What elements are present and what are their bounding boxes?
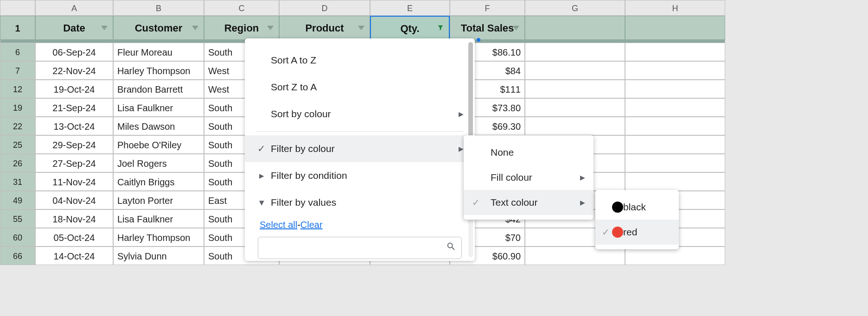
row-header[interactable]: 55 xyxy=(0,209,35,228)
cell-date[interactable]: 18-Nov-24 xyxy=(35,209,113,228)
sort-z-to-a[interactable]: Sort Z to A xyxy=(245,74,475,101)
chevron-right-icon: ▶ xyxy=(459,145,464,152)
header-cell-E[interactable]: Qty. xyxy=(370,16,450,40)
column-header-D[interactable]: D xyxy=(279,0,370,16)
row-header[interactable]: 6 xyxy=(0,43,35,61)
row-header[interactable]: 31 xyxy=(0,172,35,191)
header-cell-F[interactable]: Total Sales xyxy=(450,16,525,40)
menu-label: Filter by values xyxy=(271,197,336,208)
cell-h[interactable] xyxy=(625,154,725,172)
cell-customer[interactable]: Caitlyn Briggs xyxy=(113,172,204,191)
selection-handle[interactable] xyxy=(477,38,480,42)
header-cell-D[interactable]: Product xyxy=(279,16,370,40)
text-colour-red[interactable]: ✓ red xyxy=(595,220,679,245)
cell-customer[interactable]: Phoebe O'Riley xyxy=(113,135,204,154)
filter-fill-colour[interactable]: Fill colour ▶ xyxy=(464,165,594,190)
filter-icon[interactable] xyxy=(266,23,275,32)
cell-customer[interactable]: Harley Thompson xyxy=(113,228,204,246)
text-colour-black[interactable]: black xyxy=(595,195,679,220)
cell-g[interactable] xyxy=(525,117,625,135)
menu-label: Filter by condition xyxy=(271,170,347,181)
header-cell-A[interactable]: Date xyxy=(35,16,113,40)
column-header-A[interactable]: A xyxy=(35,0,113,16)
check-icon: ✓ xyxy=(602,227,610,238)
row-header[interactable]: 25 xyxy=(0,135,35,154)
sort-by-colour[interactable]: Sort by colour ▶ xyxy=(245,101,475,127)
clear-link[interactable]: Clear xyxy=(300,220,323,230)
filter-by-values[interactable]: ▾ Filter by values xyxy=(245,189,475,216)
menu-label: Filter by colour xyxy=(271,143,335,154)
filter-by-condition[interactable]: ▸ Filter by condition xyxy=(245,162,475,189)
cell-date[interactable]: 14-Oct-24 xyxy=(35,246,113,265)
cell-g[interactable] xyxy=(525,98,625,117)
row-header-1[interactable]: 1 xyxy=(0,16,35,40)
filter-colour-none[interactable]: None xyxy=(464,140,594,165)
row-header[interactable]: 49 xyxy=(0,191,35,209)
cell-g[interactable] xyxy=(525,43,625,61)
cell-date[interactable]: 13-Oct-24 xyxy=(35,117,113,135)
cell-h[interactable] xyxy=(625,98,725,117)
filter-icon[interactable] xyxy=(511,23,521,32)
header-cell-C[interactable]: Region xyxy=(204,16,279,40)
cell-customer[interactable]: Fleur Moreau xyxy=(113,43,204,61)
cell-h[interactable] xyxy=(625,80,725,98)
row-header[interactable]: 19 xyxy=(0,98,35,117)
cell-customer[interactable]: Brandon Barrett xyxy=(113,80,204,98)
column-header-E[interactable]: E xyxy=(370,0,450,16)
cell-g[interactable] xyxy=(525,61,625,80)
menu-label: Fill colour xyxy=(491,172,532,183)
cell-date[interactable]: 19-Oct-24 xyxy=(35,80,113,98)
column-header-F[interactable]: F xyxy=(450,0,525,16)
cell-date[interactable]: 05-Oct-24 xyxy=(35,228,113,246)
cell-h[interactable] xyxy=(625,246,725,265)
menu-label: Sort A to Z xyxy=(271,55,316,66)
cell-date[interactable]: 04-Nov-24 xyxy=(35,191,113,209)
select-clear-links: Select all-Clear xyxy=(245,220,475,230)
cell-customer[interactable]: Miles Dawson xyxy=(113,117,204,135)
cell-h[interactable] xyxy=(625,172,725,191)
sort-a-to-z[interactable]: Sort A to Z xyxy=(245,47,475,74)
row-header[interactable]: 22 xyxy=(0,117,35,135)
cell-date[interactable]: 21-Sep-24 xyxy=(35,98,113,117)
filter-icon[interactable] xyxy=(100,23,109,32)
menu-label: Text colour xyxy=(491,197,538,208)
header-cell-B[interactable]: Customer xyxy=(113,16,204,40)
cell-g[interactable] xyxy=(525,246,625,265)
filter-icon[interactable] xyxy=(191,23,200,32)
filter-text-colour[interactable]: ✓ Text colour ▶ xyxy=(464,190,594,215)
cell-date[interactable]: 29-Sep-24 xyxy=(35,135,113,154)
header-label: Qty. xyxy=(400,23,419,34)
filter-dropdown: Sort A to Z Sort Z to A Sort by colour ▶… xyxy=(245,38,475,261)
filter-icon[interactable] xyxy=(436,23,445,32)
header-cell-G[interactable] xyxy=(525,16,625,40)
cell-date[interactable]: 22-Nov-24 xyxy=(35,61,113,80)
row-header[interactable]: 66 xyxy=(0,246,35,265)
filter-search-input[interactable] xyxy=(258,237,462,259)
select-all-link[interactable]: Select all xyxy=(260,220,297,230)
cell-date[interactable]: 27-Sep-24 xyxy=(35,154,113,172)
cell-date[interactable]: 06-Sep-24 xyxy=(35,43,113,61)
row-header[interactable]: 7 xyxy=(0,61,35,80)
cell-h[interactable] xyxy=(625,117,725,135)
cell-date[interactable]: 11-Nov-24 xyxy=(35,172,113,191)
cell-customer[interactable]: Lisa Faulkner xyxy=(113,209,204,228)
header-cell-H[interactable] xyxy=(625,16,725,40)
cell-customer[interactable]: Harley Thompson xyxy=(113,61,204,80)
cell-g[interactable] xyxy=(525,80,625,98)
column-header-G[interactable]: G xyxy=(525,0,625,16)
cell-customer[interactable]: Joel Rogers xyxy=(113,154,204,172)
cell-customer[interactable]: Layton Porter xyxy=(113,191,204,209)
cell-h[interactable] xyxy=(625,61,725,80)
cell-customer[interactable]: Sylvia Dunn xyxy=(113,246,204,265)
cell-h[interactable] xyxy=(625,43,725,61)
column-header-C[interactable]: C xyxy=(204,0,279,16)
row-header[interactable]: 60 xyxy=(0,228,35,246)
column-header-H[interactable]: H xyxy=(625,0,725,16)
cell-h[interactable] xyxy=(625,135,725,154)
row-header[interactable]: 12 xyxy=(0,80,35,98)
filter-by-colour[interactable]: ✓ Filter by colour ▶ xyxy=(245,135,475,162)
cell-customer[interactable]: Lisa Faulkner xyxy=(113,98,204,117)
row-header[interactable]: 26 xyxy=(0,154,35,172)
filter-icon[interactable] xyxy=(357,23,366,32)
column-header-B[interactable]: B xyxy=(113,0,204,16)
